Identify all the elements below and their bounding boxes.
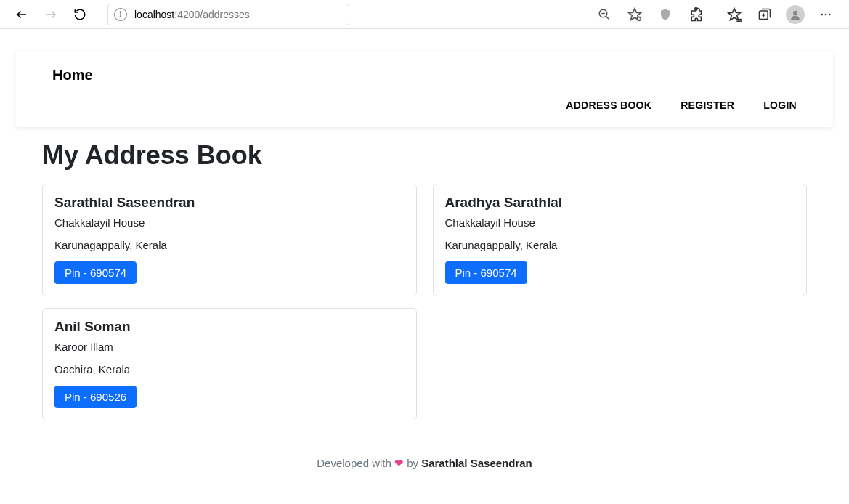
address-card: Sarathlal Saseendran Chakkalayil House K… — [42, 184, 417, 296]
favorites-list-button[interactable] — [720, 3, 749, 26]
address-card: Aradhya Sarathlal Chakkalayil House Karu… — [433, 184, 808, 296]
refresh-button[interactable] — [67, 3, 93, 26]
address-card: Anil Soman Karoor Illam Oachira, Kerala … — [42, 308, 417, 420]
site-info-icon[interactable]: i — [114, 8, 127, 21]
nav-register[interactable]: REGISTER — [681, 99, 734, 111]
page-content: Home ADDRESS BOOK REGISTER LOGIN My Addr… — [0, 29, 849, 484]
card-house: Chakkalayil House — [54, 216, 405, 229]
cards-container: Sarathlal Saseendran Chakkalayil House K… — [16, 184, 833, 428]
footer-prefix: Developed with — [317, 457, 394, 469]
star-list-icon — [727, 7, 742, 22]
card-locality: Karunagappally, Kerala — [445, 239, 795, 251]
nav-login[interactable]: LOGIN — [763, 99, 797, 111]
card-house: Karoor Illam — [54, 341, 405, 353]
svg-point-15 — [793, 10, 797, 15]
extensions-button[interactable] — [681, 3, 710, 26]
card-locality: Oachira, Kerala — [54, 363, 405, 375]
card-house: Chakkalayil House — [445, 216, 795, 229]
toolbar-separator — [715, 7, 715, 22]
nav-bar: ADDRESS BOOK REGISTER LOGIN — [52, 99, 797, 111]
back-button[interactable] — [9, 3, 35, 26]
collections-icon — [757, 7, 772, 22]
tracking-button[interactable] — [651, 3, 680, 26]
brand-link[interactable]: Home — [52, 67, 797, 84]
forward-icon — [44, 8, 57, 21]
zoom-out-button[interactable] — [590, 3, 619, 26]
puzzle-icon — [688, 7, 703, 22]
profile-button[interactable] — [781, 3, 810, 26]
svg-point-17 — [825, 13, 827, 15]
pin-button[interactable]: Pin - 690574 — [445, 261, 527, 284]
toolbar-right — [590, 3, 840, 26]
footer-mid: by — [404, 457, 421, 469]
refresh-icon — [73, 8, 86, 21]
url-text: localhost:4200/addresses — [134, 9, 250, 20]
svg-point-16 — [821, 13, 823, 15]
url-path: :4200/addresses — [174, 9, 250, 20]
card-name: Sarathlal Saseendran — [54, 195, 405, 211]
nav-address-book[interactable]: ADDRESS BOOK — [566, 99, 651, 111]
pin-button[interactable]: Pin - 690574 — [54, 261, 137, 284]
back-icon — [15, 8, 28, 21]
svg-marker-9 — [728, 8, 741, 20]
page-title: My Address Book — [42, 140, 833, 171]
avatar-icon — [786, 5, 805, 24]
address-bar[interactable]: i localhost:4200/addresses — [107, 4, 349, 25]
forward-button[interactable] — [38, 3, 64, 26]
collections-button[interactable] — [750, 3, 779, 26]
url-host: localhost — [134, 9, 174, 20]
card-locality: Karunagappally, Kerala — [54, 239, 405, 251]
card-name: Anil Soman — [54, 319, 405, 335]
app-header: Home ADDRESS BOOK REGISTER LOGIN — [16, 51, 833, 127]
zoom-out-icon — [598, 8, 611, 21]
more-button[interactable] — [811, 3, 840, 26]
heart-icon: ❤ — [394, 457, 404, 469]
favorite-button[interactable] — [620, 3, 649, 26]
shield-icon — [659, 7, 672, 22]
browser-toolbar: i localhost:4200/addresses — [0, 0, 849, 29]
pin-button[interactable]: Pin - 690526 — [54, 386, 137, 408]
svg-point-18 — [829, 13, 831, 15]
footer: Developed with ❤ by Sarathlal Saseendran — [16, 457, 833, 477]
more-icon — [819, 8, 832, 21]
svg-line-3 — [606, 16, 609, 20]
star-add-icon — [627, 7, 642, 22]
card-name: Aradhya Sarathlal — [445, 195, 795, 211]
footer-author: Sarathlal Saseendran — [421, 457, 532, 469]
